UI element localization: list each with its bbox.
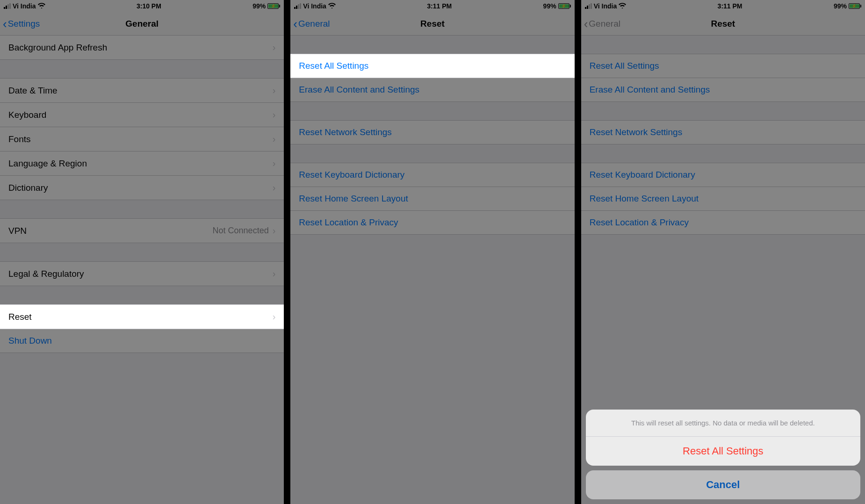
- status-bar: Vi India 3:10 PM 99% ⚡: [0, 0, 284, 12]
- row-label: Reset Network Settings: [590, 127, 683, 137]
- screen-general: Vi India 3:10 PM 99% ⚡ ‹ Settings Genera…: [0, 0, 284, 504]
- clock: 3:11 PM: [718, 2, 742, 10]
- row-label: Dictionary: [8, 183, 48, 193]
- row-reset[interactable]: Reset ›: [0, 304, 284, 329]
- row-label: Reset Network Settings: [299, 127, 392, 137]
- row-reset-network[interactable]: Reset Network Settings: [290, 120, 574, 144]
- carrier-label: Vi India: [303, 2, 326, 10]
- back-label: General: [298, 19, 330, 29]
- chevron-right-icon: ›: [273, 42, 276, 53]
- back-label: General: [589, 19, 620, 29]
- carrier-label: Vi India: [594, 2, 617, 10]
- chevron-right-icon: ›: [273, 85, 276, 96]
- reset-list: Reset All Settings Erase All Content and…: [290, 36, 574, 504]
- battery-percent: 99%: [543, 2, 556, 10]
- chevron-right-icon: ›: [273, 225, 276, 236]
- row-reset-all-settings: Reset All Settings: [581, 54, 865, 78]
- row-label: Reset Keyboard Dictionary: [590, 170, 695, 180]
- back-label: Settings: [8, 19, 40, 29]
- row-dictionary[interactable]: Dictionary ›: [0, 175, 284, 200]
- back-button: ‹ General: [584, 18, 620, 30]
- battery-percent: 99%: [834, 2, 847, 10]
- chevron-left-icon: ‹: [293, 18, 297, 30]
- row-label: Reset Home Screen Layout: [590, 194, 699, 204]
- row-label: Reset Home Screen Layout: [299, 194, 408, 204]
- status-bar: Vi India 3:11 PM 99% ⚡: [581, 0, 865, 12]
- row-reset-home-screen[interactable]: Reset Home Screen Layout: [290, 187, 574, 211]
- battery-icon: ⚡: [849, 3, 861, 9]
- clock: 3:11 PM: [427, 2, 452, 10]
- row-reset-keyboard-dictionary: Reset Keyboard Dictionary: [581, 163, 865, 187]
- row-label: Reset Location & Privacy: [299, 217, 398, 228]
- chevron-right-icon: ›: [273, 311, 276, 322]
- reset-all-settings-button[interactable]: Reset All Settings: [586, 437, 860, 466]
- row-label: Reset All Settings: [590, 61, 659, 71]
- row-label: Erase All Content and Settings: [299, 85, 419, 95]
- battery-icon: ⚡: [558, 3, 571, 9]
- row-label: Erase All Content and Settings: [590, 85, 710, 95]
- row-label: Legal & Regulatory: [8, 269, 84, 279]
- wifi-icon: [328, 2, 336, 10]
- settings-list: Background App Refresh › Date & Time › K…: [0, 36, 284, 504]
- row-reset-location-privacy[interactable]: Reset Location & Privacy: [290, 210, 574, 235]
- action-sheet: This will reset all settings. No data or…: [586, 410, 860, 499]
- screen-reset-confirm: Vi India 3:11 PM 99% ⚡ ‹ General Reset R…: [581, 0, 865, 504]
- row-date-time[interactable]: Date & Time ›: [0, 78, 284, 103]
- row-reset-home-screen: Reset Home Screen Layout: [581, 187, 865, 211]
- nav-bar: ‹ General Reset: [581, 12, 865, 36]
- row-label: VPN: [8, 226, 27, 236]
- row-label: Keyboard: [8, 110, 46, 120]
- page-title: Reset: [711, 19, 735, 29]
- row-label: Reset Location & Privacy: [590, 217, 689, 228]
- page-title: General: [125, 19, 159, 29]
- carrier-label: Vi India: [13, 2, 36, 10]
- signal-icon: [294, 3, 301, 9]
- row-label: Reset Keyboard Dictionary: [299, 170, 404, 180]
- nav-bar: ‹ Settings General: [0, 12, 284, 36]
- page-title: Reset: [420, 19, 445, 29]
- chevron-right-icon: ›: [273, 109, 276, 120]
- chevron-left-icon: ‹: [3, 18, 7, 30]
- row-background-app-refresh[interactable]: Background App Refresh ›: [0, 36, 284, 60]
- row-fonts[interactable]: Fonts ›: [0, 127, 284, 151]
- signal-icon: [4, 3, 11, 9]
- signal-icon: [585, 3, 592, 9]
- row-label: Reset: [8, 312, 32, 322]
- nav-bar: ‹ General Reset: [290, 12, 574, 36]
- battery-percent: 99%: [252, 2, 266, 10]
- row-detail: Not Connected: [213, 226, 269, 236]
- row-vpn[interactable]: VPN Not Connected ›: [0, 218, 284, 243]
- row-label: Date & Time: [8, 86, 58, 96]
- wifi-icon: [619, 2, 626, 10]
- row-erase-all-content: Erase All Content and Settings: [581, 78, 865, 102]
- row-keyboard[interactable]: Keyboard ›: [0, 102, 284, 127]
- chevron-right-icon: ›: [273, 134, 276, 144]
- screen-reset: Vi India 3:11 PM 99% ⚡ ‹ General Reset R…: [290, 0, 574, 504]
- status-bar: Vi India 3:11 PM 99% ⚡: [290, 0, 574, 12]
- battery-icon: ⚡: [267, 3, 280, 9]
- row-reset-keyboard-dictionary[interactable]: Reset Keyboard Dictionary: [290, 163, 574, 187]
- row-shut-down[interactable]: Shut Down: [0, 329, 284, 353]
- chevron-right-icon: ›: [273, 182, 276, 193]
- clock: 3:10 PM: [137, 2, 161, 10]
- row-reset-location-privacy: Reset Location & Privacy: [581, 210, 865, 235]
- wifi-icon: [38, 2, 45, 10]
- row-language-region[interactable]: Language & Region ›: [0, 151, 284, 176]
- row-erase-all-content[interactable]: Erase All Content and Settings: [290, 78, 574, 102]
- chevron-right-icon: ›: [273, 158, 276, 169]
- row-label: Reset All Settings: [299, 61, 368, 71]
- chevron-right-icon: ›: [273, 268, 276, 279]
- chevron-left-icon: ‹: [584, 18, 588, 30]
- back-button[interactable]: ‹ Settings: [3, 18, 40, 30]
- row-label: Language & Region: [8, 158, 87, 169]
- back-button[interactable]: ‹ General: [293, 18, 330, 30]
- row-label: Fonts: [8, 134, 31, 144]
- row-legal-regulatory[interactable]: Legal & Regulatory ›: [0, 261, 284, 286]
- action-sheet-card: This will reset all settings. No data or…: [586, 410, 860, 466]
- action-sheet-message: This will reset all settings. No data or…: [586, 410, 860, 437]
- row-label: Shut Down: [8, 336, 52, 346]
- row-reset-network: Reset Network Settings: [581, 120, 865, 144]
- row-label: Background App Refresh: [8, 43, 107, 53]
- row-reset-all-settings[interactable]: Reset All Settings: [290, 54, 574, 78]
- cancel-button[interactable]: Cancel: [586, 470, 860, 499]
